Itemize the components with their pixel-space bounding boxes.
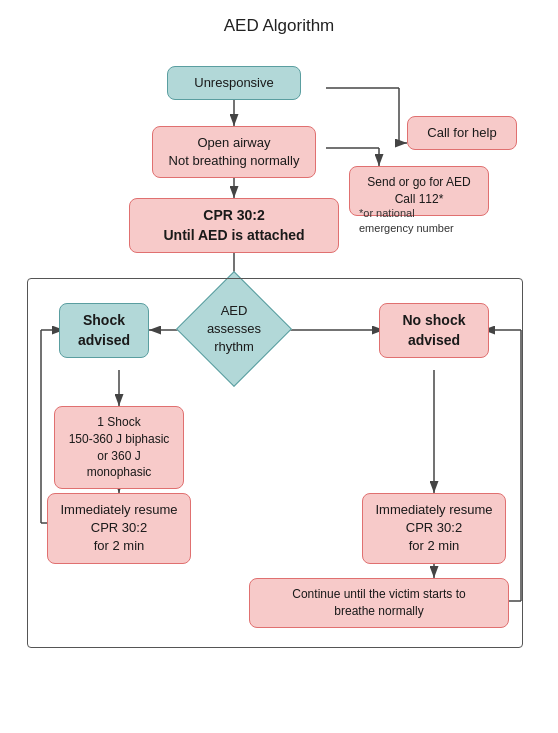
cpr-main-box: CPR 30:2 Until AED is attached	[129, 198, 339, 253]
open-airway-box: Open airway Not breathing normally	[152, 126, 316, 178]
resume-cpr-right-box: Immediately resume CPR 30:2 for 2 min	[362, 493, 506, 564]
page-title: AED Algorithm	[224, 16, 335, 36]
resume-cpr-left-box: Immediately resume CPR 30:2 for 2 min	[47, 493, 191, 564]
continue-until-box: Continue until the victim starts to brea…	[249, 578, 509, 628]
shock-advised-box: Shock advised	[59, 303, 149, 358]
flowchart: Unresponsive Call for help Open airway N…	[19, 48, 539, 733]
aed-assesses-text: AED assesses rhythm	[194, 302, 274, 357]
aed-diamond-wrap: AED assesses rhythm	[174, 288, 294, 370]
unresponsive-box: Unresponsive	[167, 66, 301, 100]
national-note: *or national emergency number	[359, 206, 454, 237]
call-for-help-box: Call for help	[407, 116, 517, 150]
no-shock-advised-box: No shock advised	[379, 303, 489, 358]
one-shock-box: 1 Shock 150-360 J biphasic or 360 J mono…	[54, 406, 184, 489]
